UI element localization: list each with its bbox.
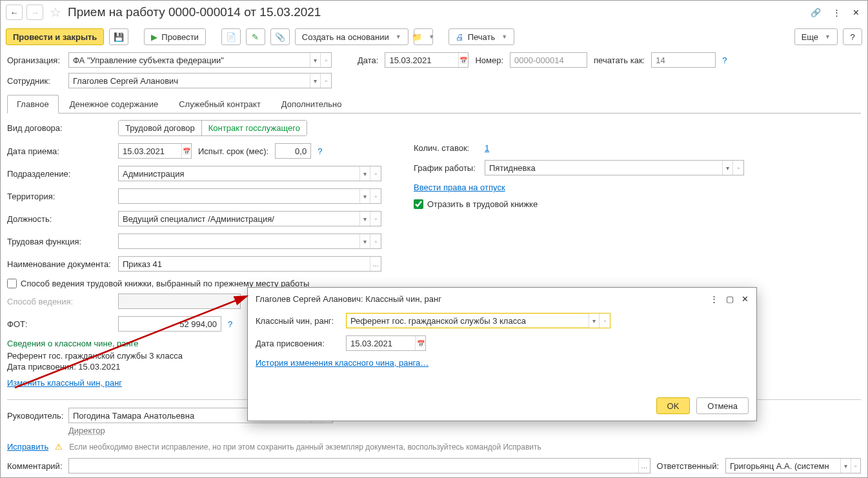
print-as-help-icon[interactable]: ? xyxy=(722,55,727,65)
fot-label: ФОТ: xyxy=(7,319,112,329)
post-and-close-button[interactable]: Провести и закрыть xyxy=(6,28,104,45)
nav-back-button[interactable]: ← xyxy=(6,5,23,20)
number-label: Номер: xyxy=(475,55,503,65)
popup-date-calendar-button[interactable]: 📅 xyxy=(415,336,425,350)
popup-kebab-icon[interactable]: ⋮ xyxy=(710,294,718,304)
tab-additional[interactable]: Дополнительно xyxy=(272,95,352,114)
print-as-input[interactable] xyxy=(652,53,715,67)
employee-label: Сотрудник: xyxy=(7,76,62,86)
popup-history-link[interactable]: История изменения классного чина, ранга… xyxy=(256,358,429,368)
work-function-dropdown-button[interactable]: ▾ xyxy=(359,234,370,248)
toolbar: Провести и закрыть 💾 ▶Провести 📄 ✎ 📎 Соз… xyxy=(1,24,867,50)
link-icon[interactable]: 🔗 xyxy=(808,5,823,20)
save-button[interactable]: 💾 xyxy=(109,28,128,45)
workbook-reflect-checkbox[interactable] xyxy=(414,199,423,209)
rank-change-link[interactable]: Изменить классный чин, ранг xyxy=(7,378,122,388)
responsible-input[interactable] xyxy=(726,459,840,473)
employee-open-button[interactable]: ▫ xyxy=(320,74,331,88)
attach-button[interactable]: 📎 xyxy=(270,28,290,45)
popup-date-label: Дата присвоения: xyxy=(256,339,339,348)
post-button[interactable]: ▶Провести xyxy=(144,28,206,45)
popup-rank-label: Классный чин, ранг: xyxy=(256,316,339,326)
responsible-open-button[interactable]: ▫ xyxy=(851,459,860,473)
rank-popup: Глаголев Сергей Аланович: Классный чин, … xyxy=(247,287,757,421)
comment-more-button[interactable]: … xyxy=(638,459,650,473)
kebab-icon[interactable]: ⋮ xyxy=(830,5,843,20)
work-function-input[interactable] xyxy=(119,234,359,248)
department-input[interactable] xyxy=(119,166,359,181)
popup-ok-button[interactable]: OK xyxy=(656,397,691,414)
doc-button[interactable]: 📄 xyxy=(221,28,241,45)
position-dropdown-button[interactable]: ▾ xyxy=(359,212,370,226)
workbook-reflect-label: Отразить в трудовой книжке xyxy=(427,199,538,209)
contract-type-label: Вид договора: xyxy=(7,123,112,133)
schedule-input[interactable] xyxy=(485,161,722,175)
manager-role-link[interactable]: Директор xyxy=(68,426,105,435)
folder-button[interactable]: 📁▼ xyxy=(414,28,433,45)
print-button[interactable]: 🖨Печать▼ xyxy=(449,28,515,45)
more-button[interactable]: Еще▼ xyxy=(794,28,838,45)
popup-close-icon[interactable]: ✕ xyxy=(742,294,749,304)
doc-name-more-button[interactable]: … xyxy=(370,257,381,271)
doc-name-input[interactable] xyxy=(119,257,370,271)
work-function-open-button[interactable]: ▫ xyxy=(370,234,381,248)
fot-help-icon[interactable]: ? xyxy=(228,319,232,329)
create-based-button[interactable]: Создать на основании▼ xyxy=(295,28,409,45)
org-input-group: ▾ ▫ xyxy=(68,52,332,68)
folder-icon: 📁 xyxy=(412,32,422,42)
employee-dropdown-button[interactable]: ▾ xyxy=(310,74,321,88)
org-open-button[interactable]: ▫ xyxy=(320,53,331,67)
tab-contract[interactable]: Служебный контракт xyxy=(169,95,270,114)
vacation-rights-link[interactable]: Ввести права на отпуск xyxy=(414,183,505,192)
popup-cancel-button[interactable]: Отмена xyxy=(696,397,749,414)
territory-input[interactable] xyxy=(119,189,359,203)
rates-value-link[interactable]: 1 xyxy=(485,143,489,153)
org-label: Организация: xyxy=(7,55,62,65)
close-icon[interactable]: ✕ xyxy=(850,5,862,20)
popup-rank-dropdown-button[interactable]: ▾ xyxy=(589,314,600,328)
department-open-button[interactable]: ▫ xyxy=(370,166,381,181)
contract-type-civil-button[interactable]: Контракт госслужащего xyxy=(202,121,307,135)
rates-label: Колич. ставок: xyxy=(414,143,478,153)
date-input[interactable] xyxy=(385,53,458,67)
department-dropdown-button[interactable]: ▾ xyxy=(359,166,370,181)
date-calendar-button[interactable]: 📅 xyxy=(458,53,469,67)
org-input[interactable] xyxy=(69,53,310,67)
popup-date-input[interactable] xyxy=(347,336,415,350)
doc-name-label: Наименование документа: xyxy=(7,259,112,269)
position-input[interactable] xyxy=(119,212,359,226)
star-icon[interactable]: ☆ xyxy=(50,5,61,20)
probation-label: Испыт. срок (мес): xyxy=(198,146,268,156)
comment-input[interactable] xyxy=(69,459,638,473)
responsible-dropdown-button[interactable]: ▾ xyxy=(840,459,850,473)
printer-icon: 🖨 xyxy=(456,32,464,42)
paperclip-icon: 📎 xyxy=(275,32,285,42)
popup-maximize-icon[interactable]: ▢ xyxy=(726,294,734,304)
nav-forward-button[interactable]: → xyxy=(26,5,43,20)
position-open-button[interactable]: ▫ xyxy=(370,212,381,226)
schedule-open-button[interactable]: ▫ xyxy=(732,161,743,175)
probation-help-icon[interactable]: ? xyxy=(318,146,322,156)
contract-type-employment-button[interactable]: Трудовой договор xyxy=(119,121,202,135)
territory-dropdown-button[interactable]: ▾ xyxy=(359,189,370,203)
fot-input[interactable] xyxy=(119,317,221,331)
fix-link[interactable]: Исправить xyxy=(7,442,48,452)
popup-rank-open-button[interactable]: ▫ xyxy=(599,314,610,328)
popup-rank-input[interactable] xyxy=(347,314,589,328)
territory-open-button[interactable]: ▫ xyxy=(370,189,381,203)
hire-date-input[interactable] xyxy=(119,144,181,158)
edit-button[interactable]: ✎ xyxy=(246,28,265,45)
help-button[interactable]: ? xyxy=(843,28,862,45)
schedule-dropdown-button[interactable]: ▾ xyxy=(722,161,733,175)
workbook-prev-checkbox[interactable] xyxy=(7,279,17,288)
method-input xyxy=(119,294,240,308)
footer-fix-row: Исправить ⚠ Если необходимо внести испра… xyxy=(1,439,867,454)
probation-input[interactable] xyxy=(276,144,310,158)
tab-salary[interactable]: Денежное содержание xyxy=(60,95,168,114)
number-input[interactable] xyxy=(510,53,587,67)
org-dropdown-button[interactable]: ▾ xyxy=(310,53,321,67)
document-icon: 📄 xyxy=(226,32,236,42)
employee-input[interactable] xyxy=(69,74,310,88)
hire-date-calendar-button[interactable]: 📅 xyxy=(181,144,191,158)
tab-main[interactable]: Главное xyxy=(7,95,59,114)
